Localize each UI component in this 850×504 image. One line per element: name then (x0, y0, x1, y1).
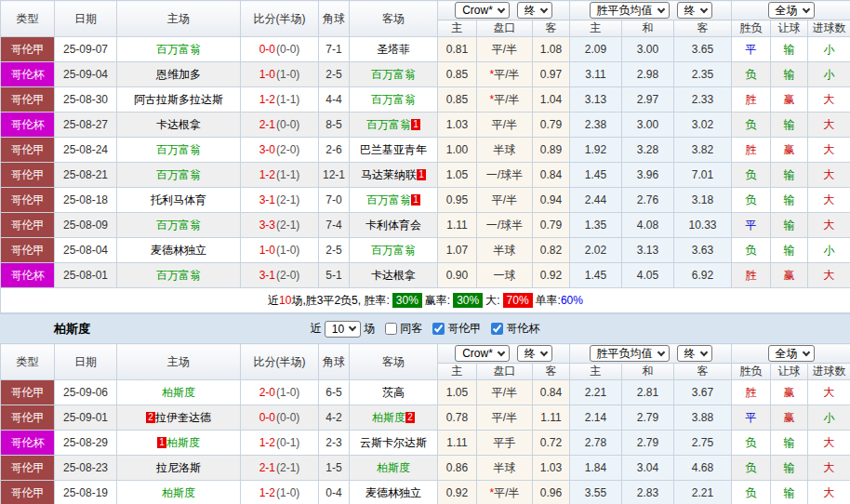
odds-away: 0.79 (533, 113, 570, 138)
avg-home: 2.21 (570, 380, 622, 405)
avg-draw: 2.81 (622, 380, 674, 405)
league-type-badge: 哥伦甲 (1, 37, 55, 62)
scope-select[interactable]: 全场 (768, 345, 815, 362)
avg-draw: 2.83 (622, 481, 674, 504)
odds-home: 0.85 (438, 87, 477, 113)
handicap-result-value: 输 (784, 486, 795, 499)
league-type-badge: 哥伦甲 (1, 238, 55, 263)
avg-away: 7.01 (674, 163, 732, 188)
avg-draw: 3.04 (622, 456, 674, 481)
col-corner: 角球 (319, 1, 350, 37)
avg-draw: 2.98 (622, 62, 674, 87)
big-rate-badge: 70% (503, 293, 533, 308)
home-team-name: 阿古拉斯多拉达斯 (134, 93, 223, 106)
result-goals: 小 (808, 238, 850, 263)
result-goals: 大 (808, 431, 850, 456)
avg-away: 4.68 (674, 456, 732, 481)
match-date: 25-09-07 (55, 37, 117, 62)
odds-home: 0.92 (438, 481, 477, 504)
recent-count-select[interactable]: 10 (325, 321, 361, 338)
avg-away: 2.21 (674, 481, 732, 504)
outcome-value: 负 (746, 244, 757, 257)
home-team: 卡达根拿 (117, 113, 241, 138)
away-team: 柏斯度 (350, 456, 438, 481)
home-team: 托利马体育 (117, 188, 241, 213)
corner-count: 2-5 (319, 238, 350, 263)
away-team: 圣塔菲 (350, 37, 438, 62)
odds-home: 1.03 (438, 113, 477, 138)
avg-odds-select-value: 胜平负均值 (597, 3, 653, 19)
league-checkbox[interactable] (432, 323, 445, 335)
final-avg-select[interactable]: 终 (677, 2, 712, 19)
avg-away: 3.82 (674, 138, 732, 163)
result-outcome: 负 (732, 113, 771, 138)
summary-text: 场,胜3平2负5, 胜率: (291, 294, 389, 307)
away-team-name: 圣塔菲 (377, 43, 410, 56)
handicap-value: 半球 (494, 244, 516, 257)
matches-label: 场 (364, 321, 375, 337)
odds-away: 1.04 (533, 87, 570, 113)
away-team: 百万富翁 (350, 62, 438, 87)
match-score: 1-2(1-1) (241, 163, 319, 188)
section-title: 柏斯度 (54, 321, 90, 338)
scope-select-value: 全场 (776, 346, 798, 362)
fulltime-score: 0-0 (259, 411, 275, 424)
halftime-score: (1-0) (276, 386, 299, 399)
avg-odds-select[interactable]: 胜平负均值 (590, 345, 670, 362)
match-score: 3-0(2-0) (241, 138, 319, 163)
col-away: 客场 (350, 1, 438, 37)
match-score: 3-1(2-1) (241, 188, 319, 213)
avg-home: 2.09 (570, 37, 622, 62)
table-row: 哥伦甲 25-08-04 麦德林独立 1-0(1-0) 2-5 百万富翁 1.0… (1, 238, 850, 263)
away-team-name: 巴兰基亚青年 (360, 143, 427, 156)
avg-odds-select-value: 胜平负均值 (597, 346, 653, 362)
col-score: 比分(半场) (241, 344, 319, 380)
avg-home: 1.92 (570, 138, 622, 163)
avg-home: 2.78 (570, 431, 622, 456)
bookmaker-select[interactable]: Crow* (455, 345, 510, 362)
chevron-down-icon (498, 348, 505, 355)
corner-count: 1-5 (319, 456, 350, 481)
halftime-score: (2-1) (276, 461, 299, 474)
handicap-value: 一/球半 (486, 168, 523, 181)
match-score: 1-2(1-0) (241, 481, 319, 504)
final-odds-select[interactable]: 终 (517, 2, 552, 19)
scope-select[interactable]: 全场 (768, 2, 815, 19)
odds-away: 0.79 (533, 213, 570, 238)
cup-checkbox[interactable] (491, 323, 503, 335)
home-team-name: 卡达根拿 (156, 118, 201, 131)
home-team-name: 拉伊奎达德 (155, 411, 211, 424)
avg-odds-select[interactable]: 胜平负均值 (590, 2, 670, 19)
match-summary: 近10场,胜3平2负5, 胜率:30%赢率:30%大:70%单率:60% (1, 288, 850, 313)
chevron-down-icon (802, 348, 809, 355)
halftime-score: (0-0) (276, 411, 299, 424)
odds-home: 0.86 (438, 456, 477, 481)
handicap-result-value: 输 (784, 219, 795, 232)
col-res-wdl: 胜负 (732, 364, 771, 380)
corner-count: 7-4 (319, 213, 350, 238)
same-away-checkbox[interactable] (385, 323, 397, 335)
final-odds-select[interactable]: 终 (517, 345, 552, 362)
result-handicap: 输 (771, 188, 808, 213)
match-date: 25-08-21 (55, 163, 117, 188)
goals-result-value: 大 (824, 436, 835, 449)
col-avg-draw: 和 (622, 20, 674, 37)
odds-home: 0.95 (438, 188, 477, 213)
corner-count: 2-3 (319, 431, 350, 456)
col-avg-away: 客 (674, 20, 732, 37)
final-avg-select[interactable]: 终 (677, 345, 712, 362)
summary-count: 10 (279, 294, 291, 307)
halftime-score: (2-0) (276, 143, 299, 156)
league-type-badge: 哥伦甲 (1, 138, 55, 163)
bookmaker-select[interactable]: Crow* (455, 2, 510, 19)
odds-home: 0.85 (438, 62, 477, 87)
chevron-down-icon (699, 348, 707, 355)
result-handicap: 输 (771, 431, 808, 456)
col-res-wdl: 胜负 (732, 20, 771, 37)
match-date: 25-08-30 (55, 87, 117, 113)
result-goals: 大 (808, 138, 850, 163)
odds-handicap: 平/半 (477, 380, 533, 405)
away-team-name: 柏斯度 (372, 411, 405, 424)
result-outcome: 平 (732, 405, 771, 431)
avg-home: 2.02 (570, 238, 622, 263)
